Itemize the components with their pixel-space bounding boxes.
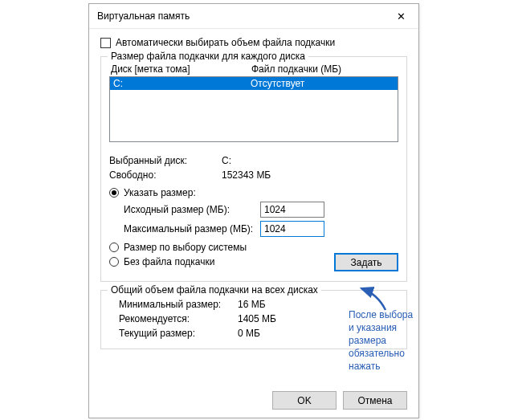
ok-button[interactable]: OK [272, 391, 337, 410]
drive-list-headers: Диск [метка тома] Файл подкачки (МБ) [109, 63, 398, 75]
radio-system-managed[interactable]: Размер по выбору системы [109, 242, 398, 253]
max-size-input[interactable] [260, 221, 324, 237]
total-legend: Общий объем файла подкачки на всех диска… [108, 284, 321, 296]
drive-listbox[interactable]: C: Отсутствует [109, 76, 398, 142]
list-item-drive: C: [113, 77, 251, 90]
min-size-row: Минимальный размер: 16 МБ [109, 297, 398, 312]
rec-size-row: Рекомендуется: 1405 МБ [109, 312, 398, 326]
max-size-row: Максимальный размер (МБ): [109, 221, 398, 237]
header-paging: Файл подкачки (МБ) [251, 63, 397, 75]
selected-drive-value: C: [222, 153, 398, 168]
cur-size-value: 0 МБ [238, 326, 398, 340]
initial-size-row: Исходный размер (МБ): [109, 202, 398, 218]
initial-size-label: Исходный размер (МБ): [124, 204, 260, 215]
per-drive-legend: Размер файла подкачки для каждого диска [108, 51, 308, 62]
min-size-value: 16 МБ [238, 297, 398, 312]
set-button[interactable]: Задать [334, 253, 398, 271]
radio-custom-size[interactable]: Указать размер: [109, 187, 398, 198]
per-drive-group: Размер файла подкачки для каждого диска … [100, 56, 407, 282]
auto-manage-label: Автоматически выбирать объем файла подка… [116, 37, 335, 48]
radio-system-managed-input[interactable] [109, 243, 119, 252]
titlebar: Виртуальная память ✕ [89, 4, 418, 29]
cur-size-label: Текущий размер: [119, 326, 238, 340]
header-drive: Диск [метка тома] [111, 63, 251, 75]
min-size-label: Минимальный размер: [119, 297, 238, 312]
max-size-label: Максимальный размер (МБ): [124, 223, 260, 234]
list-item[interactable]: C: Отсутствует [110, 77, 398, 90]
dialog-title: Виртуальная память [97, 10, 190, 22]
auto-manage-checkbox[interactable] [100, 38, 111, 48]
radio-custom-size-label: Указать размер: [124, 187, 196, 198]
free-space-label: Свободно: [109, 168, 222, 182]
dialog-buttons: OK Отмена [272, 391, 407, 410]
selected-drive-row: Выбранный диск: C: [109, 153, 398, 168]
initial-size-input[interactable] [260, 202, 324, 218]
rec-size-label: Рекомендуется: [119, 312, 238, 326]
radio-system-managed-label: Размер по выбору системы [124, 242, 247, 253]
selected-drive-label: Выбранный диск: [109, 153, 222, 168]
virtual-memory-dialog: Виртуальная память ✕ Автоматически выбир… [88, 3, 419, 418]
cancel-button[interactable]: Отмена [343, 391, 407, 410]
list-item-paging: Отсутствует [251, 77, 394, 90]
close-icon[interactable]: ✕ [383, 4, 418, 28]
free-space-row: Свободно: 152343 МБ [109, 168, 398, 182]
radio-no-paging-input[interactable] [109, 257, 119, 267]
rec-size-value: 1405 МБ [238, 312, 398, 326]
total-group: Общий объем файла подкачки на всех диска… [100, 290, 407, 349]
auto-manage-row[interactable]: Автоматически выбирать объем файла подка… [100, 37, 407, 48]
radio-no-paging-label: Без файла подкачки [124, 256, 214, 267]
radio-custom-size-input[interactable] [109, 188, 119, 198]
free-space-value: 152343 МБ [222, 168, 398, 182]
cur-size-row: Текущий размер: 0 МБ [109, 326, 398, 340]
